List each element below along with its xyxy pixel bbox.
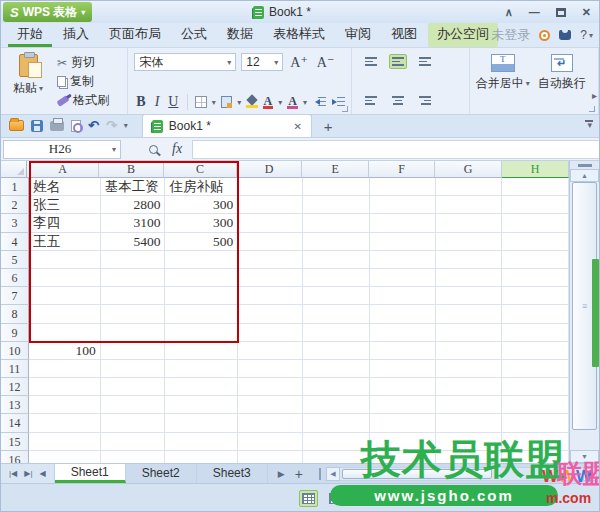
cell-E16[interactable] xyxy=(303,451,370,463)
cell-E8[interactable] xyxy=(303,305,370,323)
cell-A9[interactable] xyxy=(29,324,101,342)
formula-input[interactable] xyxy=(192,140,599,159)
cell-A8[interactable] xyxy=(29,305,101,323)
cell-B12[interactable] xyxy=(101,378,166,396)
cell-D7[interactable] xyxy=(238,287,303,305)
cell-C9[interactable] xyxy=(165,324,238,342)
row-header-15[interactable]: 15 xyxy=(1,433,29,451)
tab-list-icon[interactable]: ▾ xyxy=(585,120,592,130)
cell-E12[interactable] xyxy=(303,378,370,396)
cell-G8[interactable] xyxy=(436,305,503,323)
align-right-button[interactable] xyxy=(416,93,434,108)
fill-color-icon[interactable] xyxy=(246,96,257,108)
cell-H13[interactable] xyxy=(502,396,569,414)
column-header-A[interactable]: A xyxy=(27,161,99,178)
undo-icon[interactable]: ↶ xyxy=(88,118,99,133)
cell-D13[interactable] xyxy=(238,396,303,414)
row-header-14[interactable]: 14 xyxy=(1,414,29,432)
new-document-tab-button[interactable]: + xyxy=(324,117,333,137)
cell-A7[interactable] xyxy=(29,287,101,305)
magnifier-icon[interactable] xyxy=(149,145,158,154)
cell-E11[interactable] xyxy=(303,360,370,378)
cell-B2[interactable]: 2800 xyxy=(101,196,166,214)
cell-F12[interactable] xyxy=(370,378,436,396)
cell-D14[interactable] xyxy=(238,414,303,432)
row-header-3[interactable]: 3 xyxy=(1,214,29,232)
cell-G1[interactable] xyxy=(436,178,503,196)
cell-E13[interactable] xyxy=(303,396,370,414)
decrease-font-button[interactable]: A⁻ xyxy=(315,54,337,71)
login-status-label[interactable]: 未登录 xyxy=(491,26,530,44)
maximize-button[interactable] xyxy=(556,8,566,17)
cell-H6[interactable] xyxy=(502,269,569,287)
cell-A1[interactable]: 姓名 xyxy=(29,178,101,196)
menu-tab-insert[interactable]: 插入 xyxy=(54,23,98,47)
minimize-button[interactable]: — xyxy=(529,6,540,18)
row-header-13[interactable]: 13 xyxy=(1,396,29,414)
column-header-F[interactable]: F xyxy=(369,161,435,178)
cell-C8[interactable] xyxy=(165,305,238,323)
merge-center-button[interactable]: 合并居中▾ xyxy=(476,52,530,112)
menu-tab-review[interactable]: 审阅 xyxy=(336,23,380,47)
horizontal-split-handle[interactable] xyxy=(319,468,322,480)
format-painter-button[interactable]: 格式刷 xyxy=(57,92,109,109)
cell-B5[interactable] xyxy=(101,251,166,269)
font-name-select[interactable]: 宋体▾ xyxy=(134,53,236,71)
chevron-down-icon[interactable]: ▾ xyxy=(212,98,216,107)
cell-H12[interactable] xyxy=(502,378,569,396)
last-sheet-button[interactable]: ▶| xyxy=(24,469,32,478)
cell-C15[interactable] xyxy=(165,433,238,451)
cell-B1[interactable]: 基本工资 xyxy=(101,178,166,196)
cell-E1[interactable] xyxy=(303,178,370,196)
cell-D2[interactable] xyxy=(238,196,303,214)
decrease-indent-icon[interactable] xyxy=(312,96,326,108)
cell-A11[interactable] xyxy=(29,360,101,378)
document-tab[interactable]: Book1 * ✕ xyxy=(142,114,312,137)
row-header-7[interactable]: 7 xyxy=(1,287,29,305)
cell-B10[interactable] xyxy=(101,342,166,360)
cell-B11[interactable] xyxy=(101,360,166,378)
cell-D10[interactable] xyxy=(238,342,303,360)
sheet-tab-sheet1[interactable]: Sheet1 xyxy=(55,464,126,483)
cell-C12[interactable] xyxy=(165,378,238,396)
align-left-button[interactable] xyxy=(362,93,380,108)
cell-C1[interactable]: 住房补贴 xyxy=(165,178,238,196)
print-icon[interactable] xyxy=(50,121,64,131)
add-sheet-button[interactable]: + xyxy=(295,466,303,482)
ribbon-more-button[interactable]: ▸ xyxy=(592,90,597,101)
close-document-icon[interactable]: ✕ xyxy=(293,121,301,132)
cell-H4[interactable] xyxy=(502,233,569,251)
cell-C2[interactable]: 300 xyxy=(165,196,238,214)
cell-A14[interactable] xyxy=(29,414,101,432)
cell-C13[interactable] xyxy=(165,396,238,414)
cell-B3[interactable]: 3100 xyxy=(101,214,166,232)
align-middle-button[interactable] xyxy=(389,54,407,69)
normal-view-button[interactable] xyxy=(299,490,318,507)
scroll-up-button[interactable]: ▲ xyxy=(570,169,599,182)
menu-tab-table-style[interactable]: 表格样式 xyxy=(264,23,334,47)
cell-H11[interactable] xyxy=(502,360,569,378)
cell-F11[interactable] xyxy=(370,360,436,378)
skin-icon[interactable] xyxy=(559,30,571,40)
menu-tab-page-layout[interactable]: 页面布局 xyxy=(100,23,170,47)
cell-E15[interactable] xyxy=(303,433,370,451)
menu-tab-view[interactable]: 视图 xyxy=(382,23,426,47)
chevron-down-icon[interactable]: ▾ xyxy=(237,98,241,107)
italic-button[interactable]: I xyxy=(153,94,162,110)
cell-D4[interactable] xyxy=(238,233,303,251)
print-preview-icon[interactable] xyxy=(71,120,81,132)
cell-A6[interactable] xyxy=(29,269,101,287)
cell-E10[interactable] xyxy=(303,342,370,360)
font-dialog-launcher-icon[interactable] xyxy=(342,106,348,112)
cell-H3[interactable] xyxy=(502,214,569,232)
alignment-dialog-launcher-icon[interactable] xyxy=(589,106,595,112)
row-header-6[interactable]: 6 xyxy=(1,269,29,287)
cell-G3[interactable] xyxy=(436,214,503,232)
cell-C4[interactable]: 500 xyxy=(165,233,238,251)
row-header-4[interactable]: 4 xyxy=(1,233,29,251)
cell-D6[interactable] xyxy=(238,269,303,287)
highlight-color-icon[interactable]: A xyxy=(287,96,298,109)
quick-access-dropdown-icon[interactable]: ▾ xyxy=(124,121,128,130)
cell-B13[interactable] xyxy=(101,396,166,414)
row-header-1[interactable]: 1 xyxy=(1,178,29,196)
